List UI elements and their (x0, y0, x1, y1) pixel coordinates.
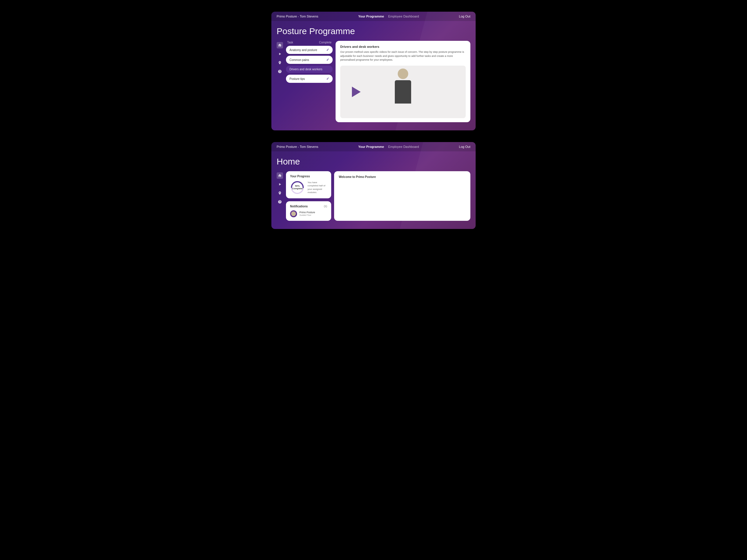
screen-home: Primo Posture - Tom Stevens Your Program… (272, 142, 475, 229)
task-anatomy-check: ✓ (326, 48, 329, 52)
logout-button-2[interactable]: Log Out (459, 145, 470, 149)
navbar-link-dashboard[interactable]: Employee Dashboard (388, 15, 419, 18)
sidebar-play-icon[interactable] (277, 51, 283, 57)
sidebar-icons-1 (277, 41, 283, 122)
notif-item-primo[interactable]: Primo Posture Guided Tour (290, 210, 327, 217)
content-panel: Drivers and desk workers Our proven meth… (336, 41, 470, 122)
complete-label: Complete (319, 41, 332, 44)
video-thumbnail[interactable] (340, 65, 466, 118)
notif-header: Notifications (1) (290, 205, 327, 208)
main-content-1: Posture Programme (272, 21, 475, 130)
task-posture-tips-label: Posture tips (289, 77, 305, 80)
navbar-link-programme-2[interactable]: Your Programme (358, 145, 384, 149)
sidebar-play-icon-2[interactable] (277, 181, 283, 188)
task-item-anatomy[interactable]: Anatomy and posture ✓ (286, 46, 333, 54)
notif-message: Guided Tour (300, 214, 315, 216)
task-panel: Task Complete Anatomy and posture ✓ Comm… (286, 41, 333, 122)
sidebar-home-icon[interactable] (277, 42, 283, 48)
navbar-brand-1: Primo Posture - Tom Stevens (277, 15, 318, 18)
logout-button-1[interactable]: Log Out (459, 15, 470, 18)
navbar-center-1: Your Programme Employee Dashboard (358, 15, 419, 18)
navbar-center-2: Your Programme Employee Dashboard (358, 145, 419, 149)
notif-title: Notifications (290, 205, 308, 208)
progress-card-title: Your Progress (290, 175, 327, 178)
task-anatomy-label: Anatomy and posture (289, 48, 317, 52)
content-with-sidebar-2: Your Progress 50%Complete You have compl… (277, 171, 470, 221)
progress-percent-label: 50%Complete (292, 185, 303, 190)
task-item-drivers[interactable]: Drivers and desk workers (286, 65, 333, 73)
task-item-posture-tips[interactable]: Posture tips ✓ (286, 75, 333, 83)
navbar-link-dashboard-2[interactable]: Employee Dashboard (388, 145, 419, 149)
notif-text-block: Primo Posture Guided Tour (300, 211, 315, 216)
progress-description: You have completed half of your assigned… (308, 181, 327, 194)
page-title-1: Posture Programme (277, 26, 470, 36)
progress-circle: 50%Complete (290, 180, 305, 195)
video-person (385, 69, 420, 115)
sidebar-home-icon-2[interactable] (277, 172, 283, 179)
left-cards: Your Progress 50%Complete You have compl… (286, 171, 331, 221)
task-common-pains-label: Common pains (289, 58, 309, 61)
notifications-card: Notifications (1) Primo Posture Guided T… (286, 201, 331, 221)
notif-avatar-inner (291, 211, 296, 216)
content-desc: Our proven method uses specific videos f… (340, 50, 466, 62)
sidebar-icons-2 (277, 171, 283, 221)
person-body (395, 80, 411, 104)
sidebar-help-icon-2[interactable] (277, 198, 283, 205)
progress-area: 50%Complete You have completed half of y… (290, 180, 327, 195)
task-item-common-pains[interactable]: Common pains ✓ (286, 56, 333, 64)
task-common-pains-check: ✓ (326, 58, 329, 62)
page-title-2: Home (277, 157, 470, 166)
task-header: Task Complete (286, 41, 333, 46)
sidebar-pin-icon-2[interactable] (277, 190, 283, 196)
main-content-2: Home (272, 151, 475, 229)
content-with-sidebar-1: Task Complete Anatomy and posture ✓ Comm… (277, 41, 470, 122)
navbar-brand-2: Primo Posture - Tom Stevens (277, 145, 318, 149)
task-label: Task (287, 41, 293, 44)
sidebar-help-icon[interactable] (277, 68, 283, 75)
screen-posture-programme: Primo Posture - Tom Stevens Your Program… (272, 12, 475, 130)
navbar-2: Primo Posture - Tom Stevens Your Program… (272, 142, 475, 151)
navbar-1: Primo Posture - Tom Stevens Your Program… (272, 12, 475, 21)
play-button[interactable] (352, 87, 361, 97)
notif-count: (1) (324, 205, 327, 208)
progress-card: Your Progress 50%Complete You have compl… (286, 171, 331, 198)
welcome-title: Welcome to Primo Posture (339, 175, 466, 179)
welcome-card: Welcome to Primo Posture (334, 171, 470, 221)
person-head (398, 69, 408, 79)
notif-sender: Primo Posture (300, 211, 315, 214)
content-title: Drivers and desk workers (340, 45, 466, 48)
task-posture-tips-check: ✓ (326, 77, 329, 81)
navbar-link-programme[interactable]: Your Programme (358, 15, 384, 18)
notif-avatar (290, 210, 297, 217)
task-drivers-label: Drivers and desk workers (289, 68, 323, 71)
sidebar-pin-icon[interactable] (277, 59, 283, 66)
